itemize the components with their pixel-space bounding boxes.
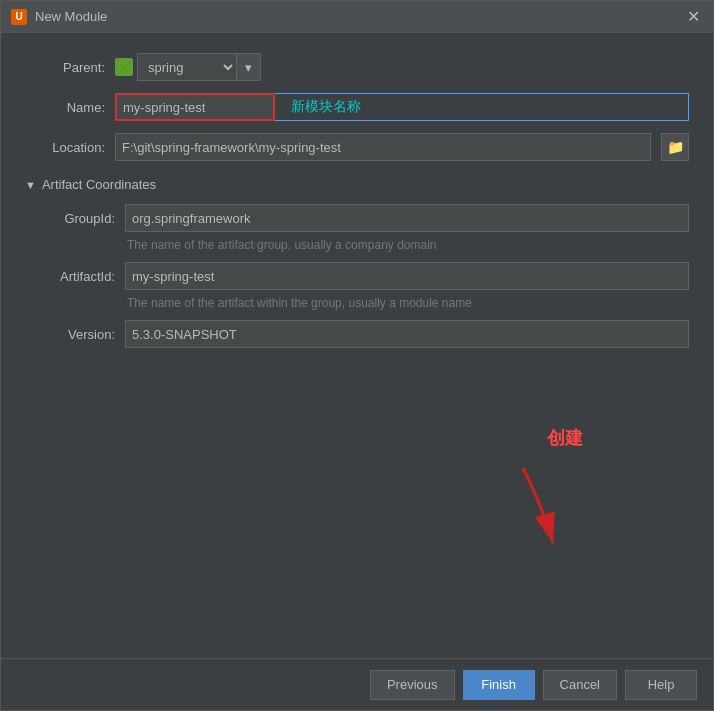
title-bar: U New Module ✕ <box>1 1 713 33</box>
previous-button[interactable]: Previous <box>370 670 455 700</box>
parent-label: Parent: <box>25 60 105 75</box>
new-module-dialog: U New Module ✕ Parent: 🌿 spring ▾ Name: <box>0 0 714 711</box>
parent-row: Parent: 🌿 spring ▾ <box>25 53 689 81</box>
title-bar-left: U New Module <box>11 9 107 25</box>
create-arrow <box>463 458 583 558</box>
version-row: Version: <box>45 320 689 348</box>
dialog-title: New Module <box>35 9 107 24</box>
spring-icon: 🌿 <box>115 58 133 76</box>
finish-button[interactable]: Finish <box>463 670 535 700</box>
name-label: Name: <box>25 100 105 115</box>
dialog-content: Parent: 🌿 spring ▾ Name: 新模块名称 <box>1 33 713 658</box>
artifact-id-hint: The name of the artifact within the grou… <box>45 296 689 310</box>
cancel-button[interactable]: Cancel <box>543 670 617 700</box>
version-input[interactable] <box>125 320 689 348</box>
parent-select-wrapper: 🌿 spring ▾ <box>115 53 261 81</box>
name-annotation: 新模块名称 <box>291 98 361 116</box>
collapse-arrow[interactable]: ▼ <box>25 179 36 191</box>
create-text: 创建 <box>547 426 583 450</box>
artifact-section-header: ▼ Artifact Coordinates <box>25 177 689 192</box>
artifact-id-row: ArtifactId: <box>45 262 689 290</box>
app-icon: U <box>11 9 27 25</box>
name-input[interactable] <box>115 93 275 121</box>
close-button[interactable]: ✕ <box>683 7 703 27</box>
group-id-label: GroupId: <box>45 211 115 226</box>
browse-button[interactable]: 📁 <box>661 133 689 161</box>
parent-dropdown-btn[interactable]: ▾ <box>237 53 261 81</box>
location-input[interactable] <box>115 133 651 161</box>
group-id-hint: The name of the artifact group, usually … <box>45 238 689 252</box>
artifact-id-input[interactable] <box>125 262 689 290</box>
parent-select[interactable]: spring <box>137 53 237 81</box>
help-button[interactable]: Help <box>625 670 697 700</box>
name-row: Name: 新模块名称 <box>25 93 689 121</box>
artifact-section: GroupId: The name of the artifact group,… <box>25 204 689 348</box>
location-row: Location: 📁 <box>25 133 689 161</box>
create-annotation: 创建 <box>463 426 583 558</box>
group-id-row: GroupId: <box>45 204 689 232</box>
artifact-id-label: ArtifactId: <box>45 269 115 284</box>
artifact-section-title: Artifact Coordinates <box>42 177 156 192</box>
location-label: Location: <box>25 140 105 155</box>
dialog-footer: Previous Finish Cancel Help <box>1 658 713 710</box>
group-id-input[interactable] <box>125 204 689 232</box>
version-label: Version: <box>45 327 115 342</box>
